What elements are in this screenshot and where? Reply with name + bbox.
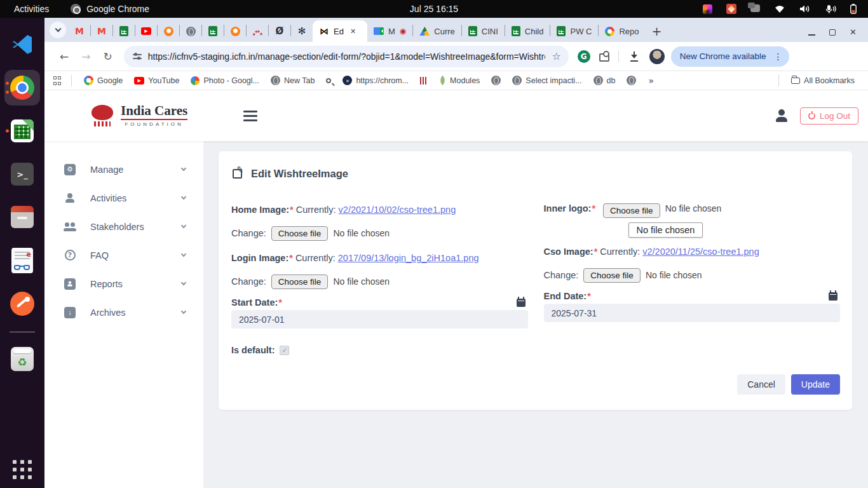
restore-window-icon[interactable] [829, 29, 836, 36]
back-button[interactable]: ← [53, 50, 75, 63]
sidebar-item-activities[interactable]: Activities [44, 184, 203, 212]
pinned-tab-gmail[interactable]: M [69, 20, 90, 42]
inner-logo-choose-file-button[interactable]: Choose file [603, 203, 660, 218]
close-tab-icon[interactable]: ✕ [348, 27, 358, 36]
active-tab[interactable]: ⋈ Ed ✕ [313, 20, 367, 42]
menu-dots-icon[interactable]: ⋮ [771, 51, 785, 62]
tab-meet[interactable]: M ◉ [367, 20, 412, 42]
bookmark-photos[interactable]: Photo - Googl... [185, 76, 265, 85]
pinned-tab-openai[interactable]: ✻ [291, 20, 313, 42]
calendar-icon[interactable] [829, 292, 837, 301]
screenshare-icon[interactable] [726, 4, 736, 14]
sidebar-item-manage[interactable]: ⚙ Manage [44, 155, 203, 184]
pinned-tab-arc[interactable] [247, 20, 268, 42]
new-tab-button[interactable]: + [646, 24, 668, 42]
forward-button[interactable]: → [75, 50, 97, 63]
login-image-choose-file-button[interactable]: Choose file [271, 274, 329, 289]
home-image-choose-file-button[interactable]: Choose file [271, 226, 329, 241]
bookmark-db[interactable]: db [588, 76, 621, 85]
tab-search-button[interactable] [50, 22, 66, 38]
cso-image-choose-file-button[interactable]: Choose file [583, 268, 641, 283]
files-icon[interactable] [4, 200, 40, 235]
terminal-icon[interactable]: >_ [4, 156, 40, 192]
sidebar-toggle-button[interactable] [243, 111, 257, 121]
tab-sheet-pw[interactable]: PW C [550, 20, 598, 42]
pinned-tab-swiggy-2[interactable] [224, 20, 246, 42]
minimize-window-icon[interactable] [808, 34, 815, 36]
no-file-chosen-tooltip: No file chosen [628, 222, 703, 238]
color-cube-icon[interactable] [703, 4, 712, 14]
bookmark-star-icon[interactable]: ☆ [552, 50, 560, 62]
all-bookmarks-button[interactable]: All Bookmarks [785, 76, 860, 85]
trash-icon[interactable]: ♻ [4, 341, 40, 377]
volume-icon[interactable] [799, 4, 811, 13]
close-window-icon[interactable]: ✕ [850, 27, 857, 37]
bookmark-select-impact[interactable]: Select impacti... [506, 76, 587, 85]
chrome-dock-icon[interactable] [4, 70, 40, 105]
user-profile-icon[interactable] [775, 109, 789, 122]
document-viewer-icon[interactable]: e [4, 243, 40, 278]
profile-avatar[interactable] [649, 49, 665, 64]
tab-drive[interactable]: Curre [413, 20, 461, 42]
pinned-tab-globe[interactable] [180, 20, 201, 42]
update-button[interactable]: Update [791, 374, 840, 395]
pinned-tab-sheets[interactable] [113, 20, 135, 42]
chevron-down-icon [181, 309, 186, 314]
bookmark-search[interactable] [320, 78, 337, 83]
start-date-input[interactable] [231, 310, 528, 329]
vscode-icon[interactable] [4, 27, 40, 62]
bookmarks-overflow-button[interactable]: » [642, 76, 660, 86]
globe-icon [491, 76, 501, 85]
chrome-update-button[interactable]: New Chrome available ⋮ [671, 46, 789, 67]
pinned-tab-youtube[interactable]: ▶ [135, 20, 157, 42]
libreoffice-calc-icon[interactable] [4, 113, 40, 149]
cso-image-link[interactable]: v2/2020/11/25/cso-tree1.png [642, 247, 759, 257]
battery-icon[interactable] [850, 4, 857, 14]
bookmark-red-logo[interactable] [414, 77, 433, 85]
activities-button[interactable]: Activities [14, 4, 49, 14]
bookmark-chrome-dev[interactable]: »https://chrom... [337, 76, 414, 85]
postman-icon[interactable] [4, 286, 40, 322]
login-image-link[interactable]: 2017/09/13/login_bg_2iH1oa1.png [338, 253, 479, 263]
bookmark-globe[interactable] [485, 76, 506, 85]
sidebar-item-stakeholders[interactable]: Stakeholders [44, 212, 203, 241]
cancel-button[interactable]: Cancel [737, 374, 785, 395]
wifi-icon[interactable] [774, 4, 785, 13]
sidebar-item-archives[interactable]: ↓ Archives [44, 298, 203, 327]
pinned-tab-sheets-2[interactable] [202, 20, 224, 42]
end-date-input[interactable] [544, 304, 841, 322]
is-default-checkbox[interactable]: ✓ [280, 346, 289, 355]
calendar-icon[interactable] [517, 299, 526, 307]
microphone-icon[interactable] [825, 4, 836, 14]
pinned-tab-swiggy[interactable] [158, 20, 179, 42]
tab-sheet-cini[interactable]: CINI [462, 20, 505, 42]
site-settings-icon[interactable] [133, 53, 142, 60]
logout-button[interactable]: Log Out [800, 107, 858, 125]
extensions-icon[interactable] [599, 51, 609, 62]
home-image-link[interactable]: v2/2021/10/02/cso-tree1.png [339, 205, 456, 215]
apps-grid-icon[interactable] [52, 76, 62, 86]
bookmark-globe-2[interactable] [621, 76, 642, 85]
pinned-tab-gmail-2[interactable]: M [91, 20, 112, 42]
tab-sheet-child[interactable]: Child [505, 20, 550, 42]
brand-logo[interactable]: India Cares FOUNDATION [89, 104, 187, 127]
pinned-tab-null[interactable]: Ø [269, 20, 290, 42]
clock[interactable]: Jul 25 16:15 [410, 4, 458, 14]
url-text[interactable]: https://icfnv5-staging.icfn.in/manage-se… [148, 51, 546, 62]
tab-repo[interactable]: Repo [599, 20, 645, 42]
bookmark-youtube[interactable]: ▶YouTube [128, 76, 185, 85]
search-icon [326, 78, 331, 83]
reload-button[interactable]: ↻ [97, 50, 119, 63]
bookmark-new-tab[interactable]: New Tab [265, 76, 320, 85]
grammarly-extension-icon[interactable]: G [578, 50, 590, 63]
youtube-icon: ▶ [134, 77, 144, 85]
downloads-icon[interactable] [629, 51, 639, 62]
sidebar-item-faq[interactable]: ? FAQ [44, 241, 203, 269]
show-applications-button[interactable] [13, 460, 32, 479]
bookmark-modules[interactable]: Modules [433, 76, 485, 85]
bookmark-google[interactable]: Google [78, 76, 128, 85]
sidebar-item-reports[interactable]: Reports [44, 269, 203, 298]
focused-app-menu[interactable]: Google Chrome [71, 4, 149, 14]
address-bar[interactable]: https://icfnv5-staging.icfn.in/manage-se… [124, 46, 569, 67]
chat-icon[interactable] [750, 4, 760, 12]
